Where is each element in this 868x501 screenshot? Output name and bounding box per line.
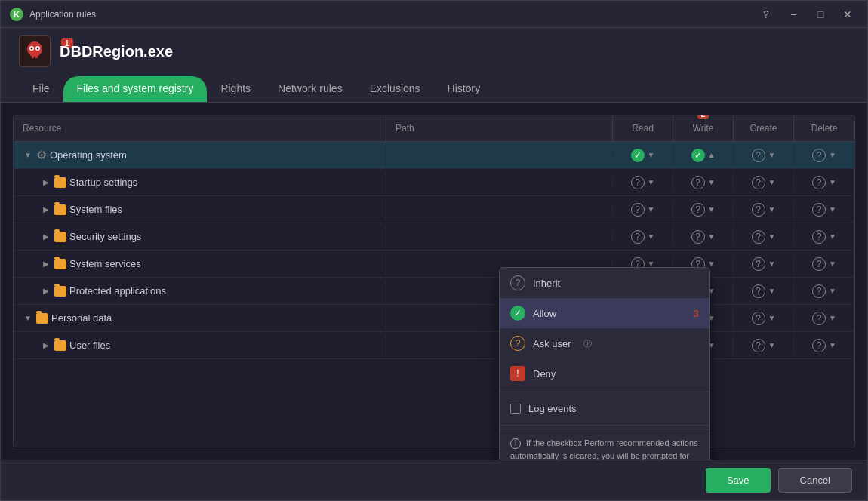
delete-q-protapps[interactable]: ? [812,284,826,298]
folder-icon-protapps [54,286,66,297]
write-q-sysfiles[interactable]: ? [691,203,705,217]
read-q-startup[interactable]: ? [631,176,645,189]
action-dropdown-menu: ? Inherit ✓ Allow 3 ? Ask user ⓘ ! Deny [499,267,710,460]
minimize-button[interactable]: − [783,6,804,23]
expand-icon-startup[interactable]: ▶ [41,177,51,188]
delete-q-security[interactable]: ? [812,230,826,244]
log-events-row[interactable]: Log events [500,395,709,422]
create-dd-security[interactable]: ▼ [768,232,776,241]
info-text: If the checkbox Perform recommended acti… [510,438,698,460]
delete-cell-personaldata: ? ▼ [794,309,854,328]
delete-dd-startup[interactable]: ▼ [829,178,836,186]
write-dd-sysfiles[interactable]: ▼ [708,205,716,214]
tab-exclusions[interactable]: Exclusions [356,76,434,102]
save-button[interactable]: Save [706,468,771,493]
write-cell-os: ✓ ▲ [673,146,734,165]
write-q-startup[interactable]: ? [691,176,705,189]
collapse-icon-personaldata[interactable]: ▼ [23,313,33,324]
create-dropdown-os[interactable]: ▼ [768,151,776,159]
title-bar: K Application rules ? − □ ✕ [1,1,867,28]
tab-file[interactable]: File [19,76,63,102]
delete-dropdown-os[interactable]: ▼ [829,151,836,159]
delete-q-personaldata[interactable]: ? [812,312,826,325]
read-allow-icon-os[interactable]: ✓ [631,149,645,162]
help-button[interactable]: ? [756,6,777,23]
cancel-button[interactable]: Cancel [778,468,852,493]
rules-table: Resource Path Read Write 2 Create Delete [13,115,855,447]
create-q-personaldata[interactable]: ? [752,312,765,325]
gear-icon: ⚙ [36,148,47,162]
table-row[interactable]: ▶ System services ? ▼ ? ▼ [14,250,854,278]
create-q-sysserv[interactable]: ? [752,257,765,271]
write-cell-startup: ? ▼ [673,173,734,192]
read-q-security[interactable]: ? [631,230,645,244]
create-q-security[interactable]: ? [752,230,765,244]
create-q-startup[interactable]: ? [752,176,765,189]
create-dd-sysserv[interactable]: ▼ [768,260,776,268]
table-row[interactable]: ▼ ⚙ Operating system ✓ ▼ ✓ ▲ [14,142,854,169]
window-title: Application rules [29,9,756,20]
create-q-sysfiles[interactable]: ? [752,203,765,217]
expand-icon-userfiles[interactable]: ▶ [41,340,51,351]
folder-icon-startup [54,177,66,188]
table-row[interactable]: ▶ Startup settings ? ▼ ? ▼ [14,169,854,196]
delete-q-sysfiles[interactable]: ? [812,203,826,217]
write-q-security[interactable]: ? [691,230,705,244]
dropdown-item-askuser[interactable]: ? Ask user ⓘ [500,328,709,358]
write-dd-sysserv[interactable]: ▼ [708,260,716,268]
write-dropdown-os[interactable]: ▲ [708,151,716,159]
log-events-checkbox[interactable] [510,404,521,414]
delete-dd-personaldata[interactable]: ▼ [829,314,836,322]
table-row[interactable]: ▶ Protected applications ? ▼ ? ▼ [14,278,854,305]
expand-icon-sysserv[interactable]: ▶ [41,259,51,269]
log-events-label: Log events [528,403,577,414]
create-cell-protapps: ? ▼ [734,281,794,301]
write-dd-security[interactable]: ▼ [708,232,716,241]
delete-dd-userfiles[interactable]: ▼ [829,341,836,349]
dropdown-divider-2 [500,425,709,426]
read-dd-sysfiles[interactable]: ▼ [648,205,655,214]
create-q-userfiles[interactable]: ? [752,339,765,352]
delete-dd-protapps[interactable]: ▼ [829,287,836,295]
read-q-sysfiles[interactable]: ? [631,203,645,217]
tab-files-registry[interactable]: Files and system registry [63,76,208,102]
read-dropdown-os[interactable]: ▼ [648,151,655,159]
expand-icon-protapps[interactable]: ▶ [41,286,51,297]
table-row[interactable]: ▶ User files ? ▼ ? ▼ [14,332,854,359]
delete-dd-sysfiles[interactable]: ▼ [829,205,836,214]
create-dd-protapps[interactable]: ▼ [768,287,776,295]
tab-rights[interactable]: Rights [207,76,264,102]
expand-icon-sysfiles[interactable]: ▶ [41,204,51,215]
table-row[interactable]: ▼ Personal data ? ▼ ? ▼ [14,305,854,332]
delete-cell-sysfiles: ? ▼ [794,200,854,220]
create-dd-personaldata[interactable]: ▼ [768,314,776,322]
dropdown-item-deny[interactable]: ! Deny [500,358,709,389]
delete-q-sysserv[interactable]: ? [812,257,826,271]
create-dd-userfiles[interactable]: ▼ [768,341,776,349]
create-dd-startup[interactable]: ▼ [768,178,776,186]
delete-question-icon-os[interactable]: ? [812,149,826,162]
table-row[interactable]: ▶ System files ? ▼ ? ▼ [14,196,854,223]
table-row[interactable]: ▶ Security settings ? ▼ ? ▼ [14,223,854,250]
delete-q-userfiles[interactable]: ? [812,339,826,352]
expand-icon-security[interactable]: ▶ [41,232,51,242]
write-dd-startup[interactable]: ▼ [708,178,716,186]
close-button[interactable]: ✕ [837,6,858,23]
create-dd-sysfiles[interactable]: ▼ [768,205,776,214]
dropdown-item-allow[interactable]: ✓ Allow 3 [500,298,709,328]
tab-history[interactable]: History [434,76,494,102]
askuser-label: Ask user [533,338,571,349]
collapse-icon-os[interactable]: ▼ [23,150,33,161]
delete-dd-sysserv[interactable]: ▼ [829,260,836,268]
maximize-button[interactable]: □ [810,6,831,23]
read-dd-startup[interactable]: ▼ [648,178,655,186]
create-cell-os: ? ▼ [734,146,794,165]
read-dd-security[interactable]: ▼ [648,232,655,241]
write-allow-icon-os[interactable]: ✓ [691,149,705,162]
tab-network-rules[interactable]: Network rules [264,76,356,102]
delete-dd-security[interactable]: ▼ [829,232,836,241]
create-q-protapps[interactable]: ? [752,284,765,298]
delete-q-startup[interactable]: ? [812,176,826,189]
dropdown-item-inherit[interactable]: ? Inherit [500,268,709,298]
create-question-icon-os[interactable]: ? [752,149,765,162]
